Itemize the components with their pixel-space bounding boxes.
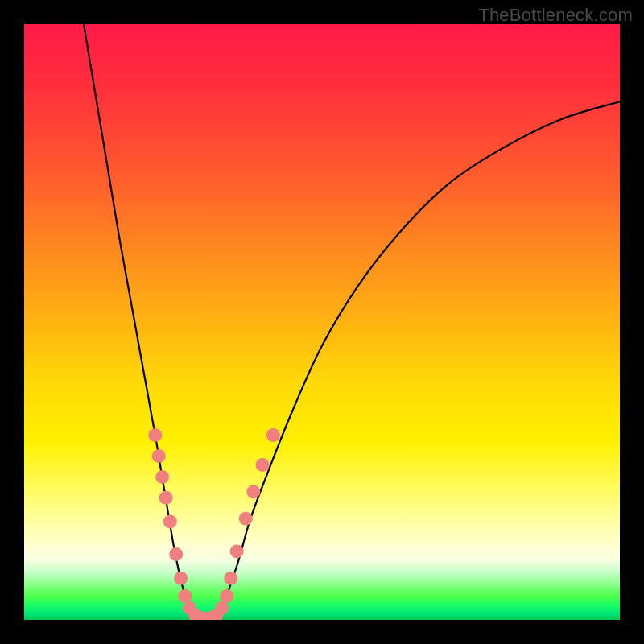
marker-dot [224, 572, 237, 585]
marker-dot [155, 470, 169, 484]
marker-dot [256, 458, 270, 472]
marker-dot [266, 428, 280, 442]
marker-dot [169, 547, 183, 561]
marker-dot [220, 589, 233, 603]
watermark-text: TheBottleneck.com [478, 5, 633, 26]
chart-frame: TheBottleneck.com [0, 0, 644, 644]
marker-dot [246, 485, 260, 498]
curve-right-path [221, 101, 620, 613]
curve-group [84, 24, 620, 620]
curve-svg [24, 24, 620, 620]
marker-dot [178, 589, 192, 603]
plot-area [24, 24, 620, 620]
marker-dot [215, 601, 229, 615]
marker-dot [174, 572, 188, 585]
marker-dot [163, 514, 177, 528]
marker-group [148, 428, 280, 620]
marker-dot [148, 428, 162, 442]
marker-dot [159, 491, 173, 505]
marker-dot [230, 544, 244, 558]
marker-dot [152, 449, 166, 463]
marker-dot [239, 512, 253, 526]
